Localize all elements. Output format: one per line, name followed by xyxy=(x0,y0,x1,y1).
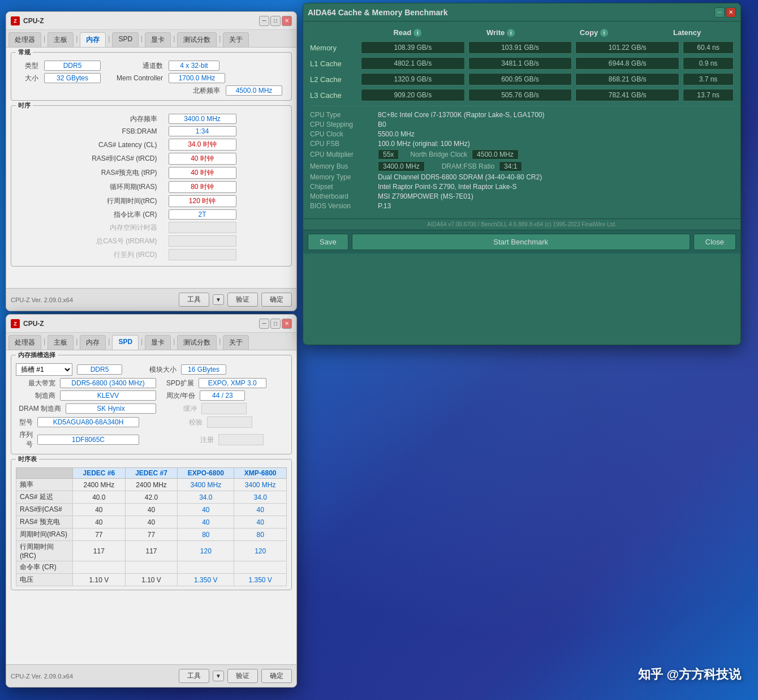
cpuz-top-version: CPU-Z Ver. 2.09.0.x64 xyxy=(11,297,175,303)
cpuz-bottom-maximize-btn[interactable]: □ xyxy=(270,319,281,329)
aida-info-row: CPU SteppingB0 xyxy=(310,121,734,128)
aida-info-row: CPU Clock5500.0 MHz xyxy=(310,130,734,138)
timing-table-label: 时序表 xyxy=(16,455,39,463)
cpuz-bottom-tools-btn[interactable]: 工具 xyxy=(179,669,209,683)
trcrd-row: 行至列 (tRCD) xyxy=(16,249,287,260)
check-value xyxy=(207,416,252,428)
cpuz-bottom-tools-dropdown[interactable]: ▼ xyxy=(213,671,224,681)
tab2-processor[interactable]: 处理器 xyxy=(8,335,41,350)
reg-value xyxy=(218,434,264,445)
reg-label: 注册 xyxy=(200,435,214,445)
read-info-icon[interactable]: i xyxy=(414,29,421,37)
trc-row: 行周期时间(tRC) 120 时钟 xyxy=(16,195,287,207)
aida-info-row: CPU Type8C+8c Intel Core i7-13700K (Rapt… xyxy=(310,111,734,119)
serial-value: 1DF8065C xyxy=(37,435,139,445)
normal-section-label: 常规 xyxy=(16,48,33,57)
part-value: KD5AGUA80-68A340H xyxy=(37,417,139,427)
aida64-save-btn[interactable]: Save xyxy=(308,234,348,250)
cpuz-bottom-minimize-btn[interactable]: ─ xyxy=(259,319,269,329)
timing-section: 时序 内存频率 3400.0 MHz FSB:DRAM 1:34 CAS# La… xyxy=(11,105,292,267)
cpuz-spd-window: Z CPU-Z ─ □ ✕ 处理器 | 主板 | 内存 | SPD | 显卡 |… xyxy=(6,314,297,688)
cpuz-bottom-icon: Z xyxy=(11,319,20,328)
mem-freq-row: 内存频率 3400.0 MHz xyxy=(16,114,287,124)
tab2-graphics[interactable]: 显卡 xyxy=(145,335,171,350)
dram-mfr-label: DRAM 制造商 xyxy=(16,404,61,414)
cr-value: 2T xyxy=(169,209,236,220)
cpuz-top-bottombar: CPU-Z Ver. 2.09.0.x64 工具 ▼ 验证 确定 xyxy=(6,288,296,311)
aida-info-row: CPU Multiplier55xNorth Bridge Clock4500.… xyxy=(310,149,734,160)
table-row: 命令率 (CR) xyxy=(16,561,287,574)
tab-scores[interactable]: 测试分数 xyxy=(177,32,217,47)
aida-copy-value: 6944.8 GB/s xyxy=(575,57,679,70)
cpuz-top-minimize-btn[interactable]: ─ xyxy=(259,16,269,26)
aida64-close-btn[interactable]: ✕ xyxy=(726,7,736,18)
write-info-icon[interactable]: i xyxy=(507,29,515,37)
slot-selector[interactable]: 插槽 #1 xyxy=(16,363,72,376)
cpuz-bottom-close-btn[interactable]: ✕ xyxy=(282,319,292,329)
cpuz-bottom-bottombar: CPU-Z Ver. 2.09.0.x64 工具 ▼ 验证 确定 xyxy=(6,664,296,687)
table-row: 周期时间(tRAS)77778080 xyxy=(16,529,287,541)
cpuz-bottom-ok-btn[interactable]: 确定 xyxy=(261,669,292,683)
cpuz-bottom-titlebar[interactable]: Z CPU-Z ─ □ ✕ xyxy=(6,315,296,333)
aida-copy-value: 782.41 GB/s xyxy=(575,89,679,101)
cpuz-top-ok-btn[interactable]: 确定 xyxy=(261,293,292,307)
timing-table-section: 时序表 JEDEC #6 JEDEC #7 EXPO-6800 XMP-6800… xyxy=(11,459,292,590)
mem-freq-value: 3400.0 MHz xyxy=(169,114,236,124)
aida-system-info: CPU Type8C+8c Intel Core i7-13700K (Rapt… xyxy=(310,111,734,210)
table-row: 电压1.10 V1.10 V1.350 V1.350 V xyxy=(16,574,287,586)
aida64-benchmark-btn[interactable]: Start Benchmark xyxy=(352,234,690,250)
table-row: RAS# 预充电40404040 xyxy=(16,516,287,529)
aida64-titlebar[interactable]: AIDA64 Cache & Memory Benchmark ─ ✕ xyxy=(303,3,740,22)
tab2-scores[interactable]: 测试分数 xyxy=(177,335,217,350)
aida64-window: AIDA64 Cache & Memory Benchmark ─ ✕ Read… xyxy=(303,3,741,345)
slot-row: 插槽 #1 DDR5 模块大小 16 GBytes xyxy=(16,363,287,376)
rcd-row: RAS#到CAS# (tRCD) 40 时钟 xyxy=(16,153,287,165)
size-value: 32 GBytes xyxy=(44,73,101,83)
mem-controller-value: 1700.0 MHz xyxy=(169,73,225,83)
tab-processor[interactable]: 处理器 xyxy=(8,32,41,47)
cpuz-top-tools-dropdown[interactable]: ▼ xyxy=(213,294,224,305)
cpuz-bottom-title: CPU-Z xyxy=(23,320,259,328)
cpuz-top-close-btn[interactable]: ✕ xyxy=(282,16,292,26)
cpuz-top-verify-btn[interactable]: 验证 xyxy=(227,293,258,307)
aida64-close-window-btn[interactable]: Close xyxy=(694,234,736,250)
th-xmp6800: XMP-6800 xyxy=(234,468,287,479)
mem-controller-label: Mem Controller xyxy=(106,74,163,82)
tab2-mainboard[interactable]: 主板 xyxy=(48,335,74,350)
part-label: 型号 xyxy=(16,418,33,427)
tab-graphics[interactable]: 显卡 xyxy=(145,32,171,47)
part-row: 型号 KD5AGUA80-68A340H 校验 xyxy=(16,416,287,428)
mfr-value: KLEVV xyxy=(60,390,156,401)
tab2-about[interactable]: 关于 xyxy=(223,335,249,350)
maxbw-label: 最大带宽 xyxy=(16,379,55,388)
tras-row: 循环周期(tRAS) 80 时钟 xyxy=(16,181,287,193)
cpuz-top-tools-btn[interactable]: 工具 xyxy=(179,293,209,307)
tab-spd[interactable]: SPD xyxy=(112,32,139,47)
watermark: 知乎 @方方科技说 xyxy=(638,666,741,683)
total-cas-row: 总CAS号 (tRDRAM) xyxy=(16,235,287,247)
copy-info-icon[interactable]: i xyxy=(600,29,608,37)
tab-memory[interactable]: 内存 xyxy=(80,32,106,47)
tab2-spd[interactable]: SPD xyxy=(112,335,139,350)
aida-data-row: L1 Cache4802.1 GB/s3481.1 GB/s6944.8 GB/… xyxy=(310,57,734,70)
tab-mainboard[interactable]: 主板 xyxy=(48,32,74,47)
size-label-spd: 模块大小 xyxy=(149,365,176,375)
aida-read-value: 909.20 GB/s xyxy=(361,89,465,101)
aida64-controls: ─ ✕ xyxy=(714,7,736,18)
channels-value: 4 x 32-bit xyxy=(169,61,219,71)
tab-about[interactable]: 关于 xyxy=(223,32,249,47)
week-year-value: 44 / 23 xyxy=(200,390,245,401)
aida-data-rows: Memory108.39 GB/s103.91 GB/s101.22 GB/s6… xyxy=(310,41,734,101)
check-label: 校验 xyxy=(189,418,203,427)
aida-info-row: Memory Bus3400.0 MHzDRAM:FSB Ratio34:1 xyxy=(310,161,734,171)
tab2-memory[interactable]: 内存 xyxy=(80,335,106,350)
cpuz-top-titlebar[interactable]: Z CPU-Z ─ □ ✕ xyxy=(6,12,296,30)
th-expo6800: EXPO-6800 xyxy=(178,468,234,479)
cr-label: 指令比率 (CR) xyxy=(67,210,157,220)
cpuz-bottom-verify-btn[interactable]: 验证 xyxy=(227,669,258,683)
cas-row: CAS# Latency (CL) 34.0 时钟 xyxy=(16,139,287,151)
slot-section-label: 内存插槽选择 xyxy=(16,351,58,359)
cpuz-top-maximize-btn[interactable]: □ xyxy=(270,16,281,26)
aida64-minimize-btn[interactable]: ─ xyxy=(714,7,725,18)
cpuz-top-tabbar: 处理器 | 主板 | 内存 | SPD | 显卡 | 测试分数 | 关于 xyxy=(6,30,296,48)
